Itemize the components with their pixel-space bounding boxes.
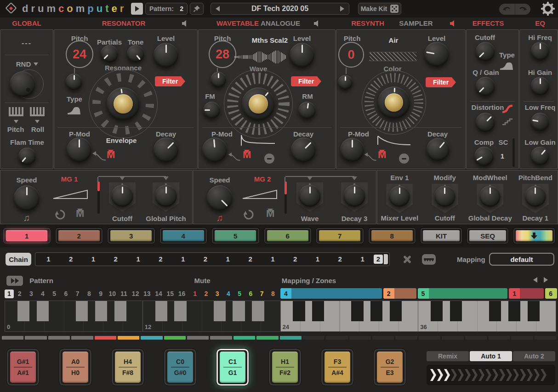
chain-button[interactable]: Chain bbox=[6, 253, 31, 266]
mapping-zone[interactable]: 4 bbox=[280, 288, 382, 299]
wavetable-fm-knob[interactable] bbox=[203, 102, 220, 119]
mute-number[interactable]: 6 bbox=[245, 290, 256, 297]
mg1-wave-display[interactable] bbox=[52, 187, 90, 200]
pitch-dropdown-icon[interactable] bbox=[14, 120, 18, 123]
resonator-pitchmod-knob[interactable] bbox=[66, 74, 82, 90]
resonator-speaker-icon[interactable] bbox=[182, 20, 189, 27]
note-pad[interactable]: C1 G1 bbox=[216, 348, 249, 386]
drum-pad[interactable]: 3 bbox=[107, 227, 155, 244]
pitch-keys-icon[interactable] bbox=[9, 107, 23, 116]
mute-number[interactable]: 7 bbox=[256, 290, 268, 297]
drum-pad[interactable]: 8 bbox=[368, 227, 416, 244]
tab-sampler[interactable]: SAMPLER bbox=[399, 19, 433, 27]
pattern-step[interactable]: 10 bbox=[107, 290, 118, 298]
chain-step[interactable]: 1 bbox=[262, 255, 284, 264]
mute-number[interactable]: 5 bbox=[234, 290, 245, 297]
color-knob[interactable] bbox=[378, 86, 410, 119]
mapping-zone[interactable]: 2 bbox=[383, 288, 416, 299]
settings-gear-icon[interactable] bbox=[541, 1, 555, 18]
redo-button[interactable] bbox=[515, 4, 531, 15]
tab-resonator[interactable]: RESONATOR bbox=[102, 19, 145, 27]
resynth-decay-knob[interactable] bbox=[427, 138, 450, 161]
mute-number[interactable]: 4 bbox=[223, 290, 234, 297]
resynth-mg-icon[interactable]: M bbox=[378, 150, 386, 159]
zone-tab[interactable]: 6 bbox=[545, 288, 556, 299]
drum-pad[interactable]: 5 bbox=[211, 227, 260, 244]
pattern-step[interactable]: 15 bbox=[165, 290, 176, 298]
mute-number[interactable]: 1 bbox=[189, 290, 200, 297]
resynth-level-knob[interactable] bbox=[424, 42, 449, 67]
pattern-step[interactable]: 13 bbox=[141, 290, 153, 298]
chain-step[interactable]: 2 bbox=[239, 255, 262, 264]
chain-step[interactable]: 2 bbox=[104, 255, 127, 264]
wavetable-level-knob[interactable] bbox=[290, 43, 314, 68]
zone-tab[interactable]: 4 bbox=[280, 288, 291, 299]
fx-sc-value[interactable]: 1 bbox=[501, 152, 504, 160]
chain-step[interactable]: 1 bbox=[127, 255, 149, 264]
resonator-envelope-label[interactable]: Envelope bbox=[106, 136, 137, 144]
zone-tab[interactable]: 5 bbox=[418, 288, 429, 299]
chain-step[interactable]: 2 bbox=[374, 255, 383, 264]
fx-type-icon[interactable] bbox=[500, 61, 514, 70]
chain-step[interactable]: 2 bbox=[194, 255, 217, 264]
zone-tab[interactable]: 2 bbox=[383, 288, 394, 299]
chain-step[interactable]: 1 bbox=[172, 255, 194, 264]
mod-source-knob[interactable] bbox=[525, 186, 546, 207]
mg2-wave-display[interactable] bbox=[241, 187, 279, 200]
mapping-zone[interactable]: 1 bbox=[509, 288, 544, 299]
pattern-link-icon[interactable] bbox=[6, 276, 23, 286]
drum-pad[interactable]: 1 bbox=[3, 227, 51, 244]
mg1-speed-knob[interactable] bbox=[14, 185, 40, 211]
bitcrush-stairs-icon[interactable] bbox=[501, 118, 513, 125]
wavetable-mg-icon[interactable]: M bbox=[243, 150, 251, 159]
chain-step[interactable]: 2 bbox=[149, 255, 172, 264]
preset-name[interactable]: DF Tech 2020 05 bbox=[251, 5, 308, 13]
wavetable-minus-icon[interactable] bbox=[264, 153, 274, 164]
monster-icon[interactable] bbox=[422, 254, 436, 265]
resynth-env-display[interactable] bbox=[376, 134, 412, 147]
tab-effects[interactable]: EFFECTS bbox=[473, 19, 504, 27]
wavetable-speaker-icon[interactable] bbox=[313, 20, 321, 27]
mg2-target2-knob[interactable] bbox=[343, 185, 365, 207]
pattern-selector[interactable]: Pattern: 2 bbox=[145, 3, 188, 15]
eq-lowfreq-knob[interactable] bbox=[531, 113, 549, 131]
eq-lowgain-knob[interactable] bbox=[531, 147, 549, 165]
wavetable-pmod-knob[interactable] bbox=[202, 137, 227, 162]
zone-prev-icon[interactable] bbox=[533, 277, 537, 283]
mg1-target2-knob[interactable] bbox=[155, 185, 177, 207]
rnd-dropdown-icon[interactable] bbox=[34, 62, 38, 66]
random-knob[interactable] bbox=[10, 71, 35, 97]
mapping-select[interactable]: default bbox=[489, 253, 554, 266]
mg1-mod-icon[interactable]: M bbox=[76, 209, 84, 218]
flam-time-knob[interactable] bbox=[18, 148, 36, 165]
resonance-knob[interactable] bbox=[107, 87, 140, 120]
drum-pad[interactable]: 7 bbox=[316, 227, 364, 244]
mg2-target1-knob[interactable] bbox=[299, 185, 321, 207]
resonator-type-icon[interactable] bbox=[67, 106, 82, 115]
mute-number[interactable]: 2 bbox=[200, 290, 211, 297]
drum-pad[interactable]: 2 bbox=[55, 227, 103, 244]
mg1-target1-knob[interactable] bbox=[111, 185, 133, 207]
rnd-label[interactable]: RND bbox=[16, 60, 31, 68]
tab-analogue[interactable]: ANALOGUE bbox=[261, 19, 300, 27]
resonator-pitch-display[interactable]: 24 bbox=[66, 40, 93, 68]
note-pad[interactable]: F3 A#4 bbox=[321, 348, 354, 386]
pattern-step[interactable]: 8 bbox=[83, 290, 95, 298]
pattern-step[interactable]: 12 bbox=[130, 290, 141, 298]
wavetable-filter-button[interactable]: Filter bbox=[291, 76, 321, 86]
chain-step[interactable]: 1 bbox=[37, 255, 60, 264]
mg2-mod-icon[interactable]: M bbox=[266, 209, 274, 218]
note-pad[interactable]: H1 F#2 bbox=[268, 348, 302, 386]
resynth-filter-button[interactable]: Filter bbox=[426, 77, 456, 87]
resynth-sample-display[interactable] bbox=[370, 52, 416, 61]
resynth-minus-icon[interactable] bbox=[399, 153, 409, 164]
pattern-step[interactable]: 5 bbox=[49, 290, 60, 298]
mg1-sync-note-icon[interactable]: ♫ bbox=[23, 213, 30, 223]
keyboard-octave[interactable]: 24 bbox=[280, 301, 418, 331]
remix-button[interactable]: Remix bbox=[427, 351, 469, 361]
mapping-zone[interactable]: 5 bbox=[418, 288, 508, 299]
chain-step[interactable]: 1 bbox=[307, 255, 329, 264]
wavetable-decay-knob[interactable] bbox=[291, 137, 316, 162]
pattern-step[interactable]: 3 bbox=[25, 290, 37, 298]
resonator-partials-knob[interactable] bbox=[101, 45, 118, 62]
